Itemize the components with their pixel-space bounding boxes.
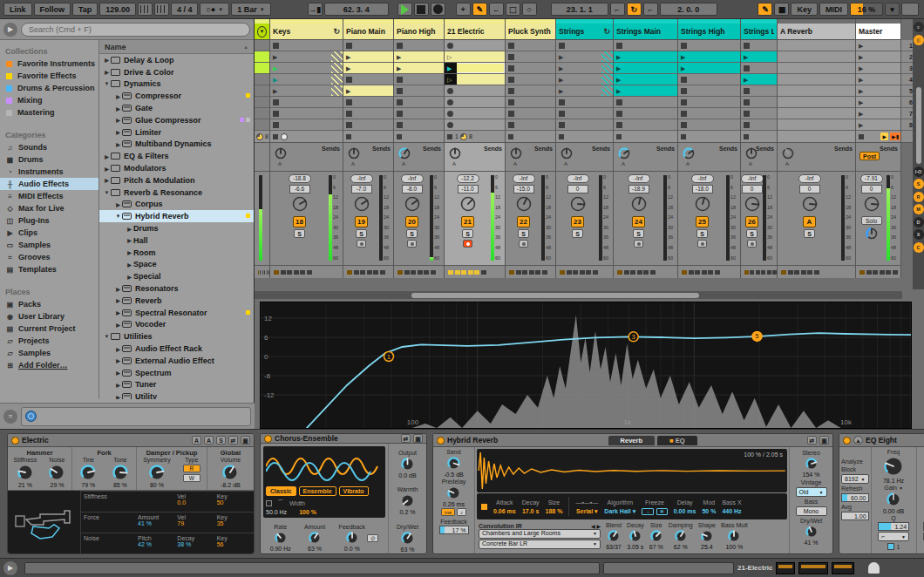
tree-item-dynamics[interactable]: ▼Dynamics xyxy=(99,78,254,91)
disclosure-triangle-icon[interactable]: ▶ xyxy=(114,297,122,303)
hpf-freq-value[interactable]: 50.0 Hz xyxy=(266,509,287,515)
capture-midi-button[interactable]: ← xyxy=(489,3,504,16)
ir-file-select[interactable]: Concrete Bar LR▼ xyxy=(479,540,601,549)
disclosure-triangle-icon[interactable]: ▶ xyxy=(126,249,133,255)
pan-knob[interactable] xyxy=(865,227,879,242)
solo-button[interactable]: S xyxy=(356,229,367,238)
clip-slot[interactable]: ▶ xyxy=(556,85,613,97)
tree-item-drive-color[interactable]: ▶Drive & Color xyxy=(99,66,254,78)
disclosure-triangle-icon[interactable]: ▶ xyxy=(103,57,111,63)
stop-clips-slot[interactable] xyxy=(678,131,740,143)
mixer-toggle-r[interactable]: R xyxy=(914,192,924,202)
clip-slot[interactable] xyxy=(343,40,393,51)
cpu-menu-caret[interactable]: ▾ xyxy=(885,3,900,16)
clip-slot[interactable] xyxy=(506,108,555,119)
tree-item-glue-compressor[interactable]: ▶Glue Compressor xyxy=(99,114,254,126)
clip-slot[interactable]: ▶ xyxy=(741,74,777,85)
electric-param-cell[interactable]: Vel79 xyxy=(174,512,214,533)
param-stereo[interactable]: Stereo154 % xyxy=(802,450,820,478)
clip-slot[interactable]: ▶ xyxy=(614,85,677,97)
sidebar-item-max-for-live[interactable]: ◇Max for Live xyxy=(0,202,99,214)
sends-section[interactable]: ASends xyxy=(506,143,555,172)
clip-slot[interactable] xyxy=(741,40,777,51)
sidebar-item-favorite-instruments[interactable]: Favorite Instruments xyxy=(0,58,99,70)
send-a-knob[interactable] xyxy=(448,146,462,162)
tree-item-resonators[interactable]: ▶Resonators xyxy=(99,282,254,295)
hot-swap-icon[interactable]: ⇄ xyxy=(401,434,411,443)
tree-item-limiter[interactable]: ▶Limiter xyxy=(99,126,254,139)
param-shape[interactable]: Shape25.4 xyxy=(698,522,716,550)
disclosure-triangle-icon[interactable]: ▶ xyxy=(103,69,111,75)
clip-slot[interactable] xyxy=(556,40,613,51)
clip-slot[interactable] xyxy=(255,74,269,85)
param-b-icon[interactable]: A xyxy=(204,436,214,445)
disclosure-triangle-icon[interactable]: ▶ xyxy=(114,346,122,352)
param-value[interactable]: 63 % xyxy=(401,546,415,553)
volume-display[interactable]: 0 xyxy=(799,185,820,193)
algorithm-select[interactable]: Dark Hall ▾ xyxy=(604,508,635,514)
computer-midi-keyboard-button[interactable]: ▦ xyxy=(774,3,789,16)
electric-param-cell[interactable]: Key35 xyxy=(214,512,254,533)
disclosure-triangle-icon[interactable]: ▶ xyxy=(114,105,122,112)
param-dry-wet[interactable]: Dry/Wet63 % xyxy=(397,524,418,553)
send-a-knob[interactable] xyxy=(274,146,288,162)
clip-slot[interactable] xyxy=(255,40,269,51)
peak-display[interactable]: -Inf xyxy=(628,174,650,183)
tree-item-audio-effect-rack[interactable]: ▶Audio Effect Rack xyxy=(99,343,254,355)
tree-item-external-audio-effect[interactable]: ▶External Audio Effect xyxy=(99,355,254,367)
mixer-toggle-m[interactable]: M xyxy=(914,204,924,214)
clip-slot[interactable] xyxy=(741,85,777,97)
param-value[interactable]: -0.5 dB xyxy=(444,472,464,478)
link-button[interactable]: Link xyxy=(3,3,32,16)
solo-button[interactable]: S xyxy=(294,229,305,238)
clip-slot[interactable] xyxy=(343,97,393,108)
arm-button[interactable] xyxy=(634,240,643,248)
clip-slot[interactable] xyxy=(270,108,343,119)
clip-slot[interactable] xyxy=(445,119,505,131)
mode-ensemble-button[interactable]: Ensemble xyxy=(299,486,336,496)
post-button[interactable]: Post xyxy=(859,152,880,160)
tempo-display[interactable]: 129.00 xyxy=(99,3,136,16)
routing-select[interactable]: Serial ▾ xyxy=(576,508,598,514)
volume-display[interactable]: 0 xyxy=(742,185,763,193)
mode-vibrato-button[interactable]: Vibrato xyxy=(339,486,369,496)
sidebar-item-samples[interactable]: ▱Samples xyxy=(0,347,99,359)
volume-display[interactable]: -6.6 xyxy=(289,185,310,193)
param-rate[interactable]: Rate0.90 Hz xyxy=(270,524,291,552)
sidebar-item-current-project[interactable]: ▤Current Project xyxy=(0,322,99,335)
volume-knob[interactable] xyxy=(353,195,370,214)
send-a-knob[interactable] xyxy=(617,146,631,162)
clip-slot[interactable]: ▶ xyxy=(343,63,393,74)
reverb-on-toggle[interactable] xyxy=(481,504,487,510)
volume-display[interactable]: -8.0 xyxy=(402,185,423,193)
clip-slot[interactable] xyxy=(394,97,444,108)
peak-display[interactable]: -18.8 xyxy=(289,174,311,183)
volume-knob[interactable] xyxy=(404,195,421,214)
clip-slot[interactable]: ▶ xyxy=(856,119,900,131)
size-pct-value[interactable]: 188 % xyxy=(546,508,563,514)
param-noise[interactable]: Noise29 % xyxy=(48,457,65,488)
clip-slot[interactable] xyxy=(270,40,343,51)
sidebar-item-projects[interactable]: ▱Projects xyxy=(0,335,99,347)
clip-slot[interactable] xyxy=(741,108,777,119)
track-header[interactable]: Pluck Synth xyxy=(506,24,555,40)
track-activator[interactable]: 24 xyxy=(632,216,645,227)
ir-waveform-display[interactable]: 100 % / 2.05 s xyxy=(477,449,787,492)
clip-slot[interactable] xyxy=(614,108,677,119)
clip-slot[interactable] xyxy=(778,85,855,97)
clip-slot[interactable]: ▶ xyxy=(614,51,677,63)
sidebar-item-favorite-effects[interactable]: Favorite Effects xyxy=(0,70,99,82)
clip-slot[interactable] xyxy=(678,85,740,97)
param-value[interactable]: 0.26 ms xyxy=(443,501,465,507)
fold-device-icon[interactable]: ▲ xyxy=(853,436,863,445)
back-to-arrangement-icon[interactable]: ▶ xyxy=(880,132,888,140)
solo-button[interactable]: S xyxy=(746,229,758,238)
device-title[interactable]: Electric xyxy=(22,436,49,445)
clip-slot[interactable]: ▶ xyxy=(270,51,343,63)
clip-slot[interactable]: ▶ xyxy=(856,63,900,74)
electric-param-cell[interactable]: Key50 xyxy=(214,491,254,512)
clip-slot[interactable] xyxy=(343,108,393,119)
sidebar-item-samples[interactable]: ▭Samples xyxy=(0,239,99,251)
clip-slot[interactable]: ▶ xyxy=(856,51,900,63)
sends-section[interactable]: ASends xyxy=(270,143,343,172)
